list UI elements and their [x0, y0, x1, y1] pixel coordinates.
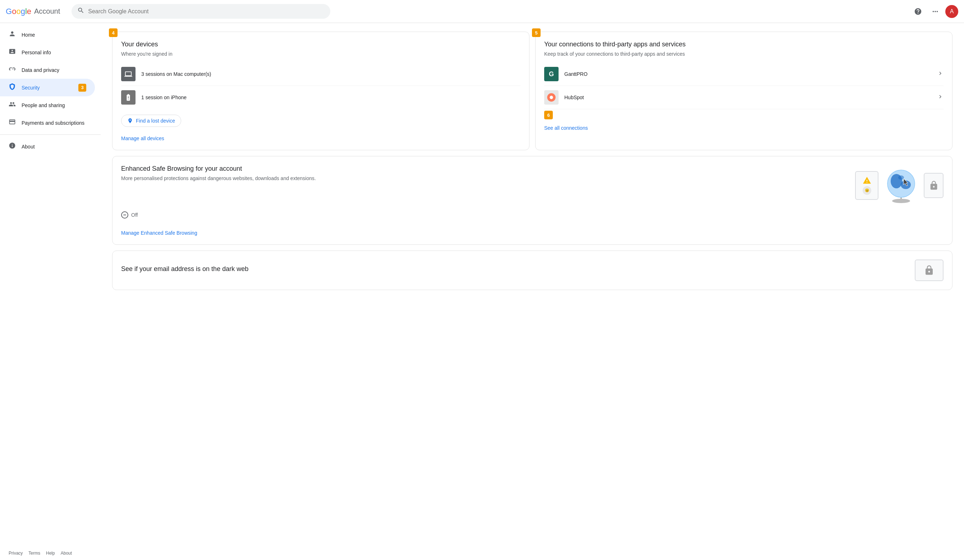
- device-mac-label: 3 sessions on Mac computer(s): [141, 71, 211, 77]
- sidebar-item-label: Data and privacy: [21, 67, 59, 73]
- header-actions: A: [911, 4, 958, 19]
- avatar[interactable]: A: [945, 5, 958, 18]
- app-header: Google Account A: [0, 0, 964, 23]
- search-input[interactable]: [88, 8, 324, 15]
- payments-icon: [9, 118, 16, 127]
- connections-badge-6: 6: [544, 111, 553, 119]
- dark-web-card: See if your email address is on the dark…: [112, 251, 953, 290]
- connections-card: 5 Your connections to third-party apps a…: [535, 32, 953, 150]
- people-icon: [9, 101, 16, 110]
- connections-card-subtitle: Keep track of your connections to third-…: [544, 51, 943, 57]
- help-button[interactable]: [911, 4, 925, 19]
- device-mac: 3 sessions on Mac computer(s): [121, 63, 521, 86]
- google-wordmark: Google: [6, 7, 31, 16]
- cards-row-1: 4 Your devices Where you're signed in 3 …: [112, 32, 953, 150]
- manage-devices-link[interactable]: Manage all devices: [121, 135, 521, 141]
- manage-safe-browsing-link[interactable]: Manage Enhanced Safe Browsing: [121, 230, 943, 236]
- sidebar-item-home[interactable]: Home: [0, 26, 95, 44]
- footer-about[interactable]: About: [61, 551, 72, 556]
- devices-badge: 4: [109, 28, 117, 37]
- mac-icon: [121, 67, 135, 81]
- gantt-logo: G: [544, 67, 559, 81]
- security-icon: [9, 83, 16, 92]
- apps-button[interactable]: [928, 4, 943, 19]
- lock-illustration: [924, 173, 943, 198]
- footer-privacy[interactable]: Privacy: [9, 551, 23, 556]
- chevron-right-icon-2: [937, 93, 943, 102]
- dark-web-illustration: [915, 259, 943, 281]
- find-device-label: Find a lost device: [136, 118, 175, 124]
- hubspot-name: HubSpot: [564, 94, 584, 100]
- sidebar-item-personal-info[interactable]: Personal info: [0, 44, 95, 61]
- footer: Privacy Terms Help About: [0, 546, 80, 560]
- sidebar-item-about[interactable]: About: [0, 138, 95, 155]
- devices-card: 4 Your devices Where you're signed in 3 …: [112, 32, 529, 150]
- safe-browsing-title: Enhanced Safe Browsing for your account: [121, 165, 847, 173]
- status-off-label: Off: [131, 212, 138, 218]
- sidebar-item-people-sharing[interactable]: People and sharing: [0, 96, 95, 114]
- svg-point-8: [898, 176, 904, 180]
- see-all-connections-link[interactable]: See all connections: [544, 121, 943, 131]
- device-iphone: 1 session on iPhone: [121, 86, 521, 109]
- sidebar-item-payments[interactable]: Payments and subscriptions: [0, 114, 95, 132]
- personal-info-icon: [9, 48, 16, 57]
- logo-account-text: Account: [34, 7, 60, 15]
- sidebar-item-label: Security: [21, 85, 40, 91]
- home-icon: [9, 30, 16, 39]
- sidebar-item-label: Payments and subscriptions: [21, 120, 85, 126]
- svg-point-4: [892, 199, 910, 203]
- gantt-name: GanttPRO: [564, 71, 588, 77]
- safe-browsing-card: Enhanced Safe Browsing for your account …: [112, 156, 953, 245]
- safe-browsing-desc: More personalised protections against da…: [121, 176, 847, 181]
- svg-point-1: [550, 96, 553, 99]
- chevron-right-icon: [937, 70, 943, 78]
- search-bar: [72, 4, 330, 19]
- sidebar-item-security[interactable]: Security 3: [0, 79, 95, 96]
- status-off: Off: [121, 212, 943, 218]
- sidebar-item-data-privacy[interactable]: Data and privacy: [0, 61, 95, 79]
- dark-web-title: See if your email address is on the dark…: [121, 265, 248, 273]
- sidebar: Home Personal info Data and privacy Secu…: [0, 23, 101, 560]
- find-device-button[interactable]: Find a lost device: [121, 115, 181, 127]
- sidebar-item-label: Personal info: [21, 50, 51, 55]
- about-icon: [9, 142, 16, 151]
- data-privacy-icon: [9, 65, 16, 75]
- search-icon: [77, 7, 85, 16]
- footer-help[interactable]: Help: [46, 551, 55, 556]
- safe-browsing-illustration: 😐: [855, 165, 943, 205]
- connections-card-title: Your connections to third-party apps and…: [544, 41, 943, 48]
- connections-badge-5: 5: [532, 28, 541, 37]
- main-content: 4 Your devices Where you're signed in 3 …: [101, 23, 964, 560]
- sidebar-divider: [0, 134, 101, 135]
- devices-card-title: Your devices: [121, 41, 521, 48]
- status-dot-icon: [121, 212, 128, 218]
- google-logo[interactable]: Google Account: [6, 7, 60, 16]
- app-body: Home Personal info Data and privacy Secu…: [0, 23, 964, 560]
- sidebar-item-label: People and sharing: [21, 103, 65, 108]
- connection-hubspot[interactable]: HubSpot: [544, 86, 943, 109]
- connection-gantt[interactable]: G GanttPRO: [544, 63, 943, 86]
- doc-illustration: 😐: [855, 171, 878, 200]
- sidebar-item-label: About: [21, 144, 35, 150]
- footer-terms[interactable]: Terms: [28, 551, 40, 556]
- hubspot-logo: [544, 90, 559, 104]
- iphone-icon: [121, 90, 135, 104]
- globe-illustration: [881, 165, 921, 205]
- device-iphone-label: 1 session on iPhone: [141, 94, 187, 100]
- security-badge: 3: [78, 84, 86, 92]
- sidebar-item-label: Home: [21, 32, 35, 38]
- devices-card-subtitle: Where you're signed in: [121, 51, 521, 57]
